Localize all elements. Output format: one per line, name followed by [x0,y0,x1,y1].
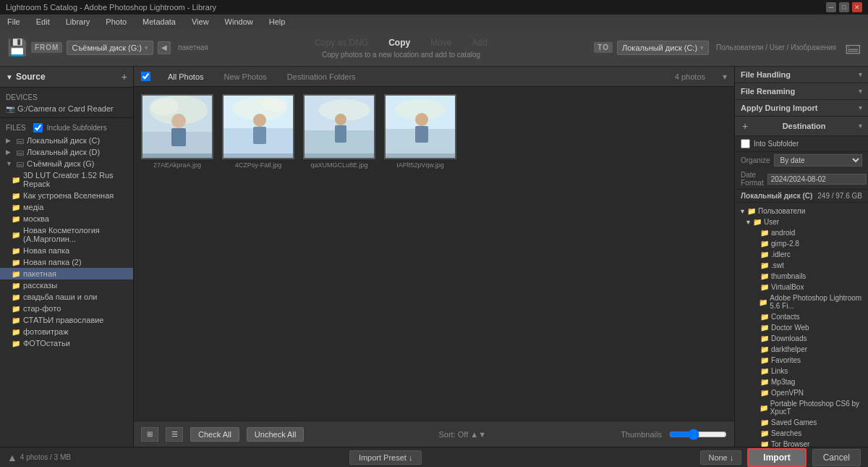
all-photos-checkbox[interactable] [141,72,150,81]
photo-wrapper-4[interactable]: ✓ [384,94,456,159]
tree-item-fotostatyi[interactable]: 📁 ФОТОстатьи [0,337,133,349]
organize-select[interactable]: By date [774,154,862,167]
apply-during-import-header[interactable]: Apply During Import ▾ [735,100,868,117]
dest-tree-portps[interactable]: 📁 Portable Photoshop CS6 by XpucT [735,398,868,417]
menu-file[interactable]: File [4,17,23,26]
tree-item-statyi[interactable]: 📁 СТАТЬИ православие [0,314,133,326]
polzovateli-label: Пользователи [758,207,805,215]
into-subfolder-checkbox[interactable] [741,139,750,148]
dest-tree-openvpn[interactable]: 📁 OpenVPN [735,387,868,398]
cancel-button[interactable]: Cancel [812,449,861,466]
list-view-button[interactable]: ☰ [166,427,183,442]
dest-tree-mp3tag[interactable]: 📁 Mp3tag [735,376,868,387]
dest-tree-android[interactable]: 📁 android [735,227,868,238]
expand-icon[interactable]: ▲ [7,452,17,463]
dest-tree-polzovateli[interactable]: ▼ 📁 Пользователи [735,206,868,216]
dest-tree-downloads[interactable]: 📁 Downloads [735,333,868,344]
thumbnail-size-slider[interactable] [669,429,727,440]
tree-item-universe[interactable]: 📁 Как устроена Вселенная [0,190,133,201]
menu-view[interactable]: View [189,17,212,26]
import-subtitle: Copy photos to a new location and add to… [322,51,480,59]
source-tree-item-removable-g[interactable]: ▼ 🖴 Съёмный диск (G) [0,158,133,169]
folder-contacts-icon: 📁 [760,313,769,321]
vbox-label: VirtualBox [771,283,804,291]
photo-wrapper-2[interactable]: ✓ [222,94,294,159]
dest-tree-favorites[interactable]: 📁 Favorites [735,355,868,366]
destination-plus-button[interactable]: + [741,120,749,132]
uncheck-all-button[interactable]: Uncheck All [247,427,304,442]
dest-tree-idlerc[interactable]: 📁 .idlerc [735,249,868,260]
dest-tree-swt[interactable]: 📁 .swt [735,260,868,271]
dest-tree-savedgames[interactable]: 📁 Saved Games [735,417,868,428]
tree-item-moscow[interactable]: 📁 москва [0,213,133,224]
tree-item-svadba[interactable]: 📁 свадьба паши и оли [0,291,133,303]
photo-image-2 [224,96,293,158]
menu-metadata[interactable]: Metadata [140,17,179,26]
dest-tree-thumbnails[interactable]: 📁 thumbnails [735,271,868,282]
to-drive-selector[interactable]: Локальный диск (C:) ▾ [617,41,709,55]
tree-item-starfoto[interactable]: 📁 стар-фото [0,303,133,314]
dest-tree-searches[interactable]: 📁 Searches [735,428,868,439]
dest-tree-links[interactable]: 📁 Links [735,366,868,376]
photo-count-arrow[interactable]: ▾ [723,72,727,82]
dest-tree-darkthelper[interactable]: 📁 darkthelper [735,344,868,355]
photo-wrapper-3[interactable]: ✓ [303,94,375,159]
tree-item-rasskazy[interactable]: 📁 рассказы [0,279,133,291]
folder-sg-icon: 📁 [760,418,769,426]
maximize-button[interactable]: □ [839,2,849,12]
folder-thumbnails-icon: 📁 [760,272,769,280]
tree-item-newf[interactable]: 📁 Новая папка [0,245,133,256]
menu-photo[interactable]: Photo [103,17,129,26]
source-tree-item-local-c[interactable]: ▶ 🖴 Локальный диск (C) [0,135,133,146]
menu-edit[interactable]: Edit [33,17,53,26]
tree-item-media[interactable]: 📁 медіа [0,201,133,213]
close-button[interactable]: ✕ [852,2,862,12]
file-renaming-header[interactable]: File Renaming ▾ [735,83,868,100]
dest-tree-torbrowser[interactable]: 📁 Tor Browser [735,439,868,447]
tree-item-newf2[interactable]: 📁 Новая папка (2) [0,256,133,268]
file-handling-header[interactable]: File Handling ▾ [735,67,868,83]
dest-tree-doctorweb[interactable]: 📁 Doctor Web [735,322,868,333]
window-title: Lightroom 5 Catalog - Adobe Photoshop Li… [6,3,216,12]
tree-item-paketnaya[interactable]: 📁 пакетная [0,268,133,279]
tab-move[interactable]: Move [427,36,454,49]
chevron-down-icon: ▾ [145,44,148,51]
user-label: User [764,218,779,226]
dest-tree-gimp[interactable]: 📁 gimp-2.8 [735,238,868,249]
tab-copy-dng[interactable]: Copy as DNG [312,36,371,49]
to-chevron-icon: ▾ [700,44,704,51]
menu-help[interactable]: Help [266,17,289,26]
dest-tree-virtualbox[interactable]: 📁 VirtualBox [735,282,868,293]
include-subfolders-checkbox[interactable] [33,123,43,132]
import-preset-button[interactable]: Import Preset ↓ [349,450,422,465]
source-tree-item-camera[interactable]: 📷 G:/Camera or Card Reader [0,103,133,114]
menu-window[interactable]: Window [222,17,256,26]
tab-add[interactable]: Add [469,36,490,49]
filter-new-photos[interactable]: New Photos [221,71,270,83]
photo-thumb-2: ✓ 4CZPsy-FaIl.jpg [222,94,294,169]
tab-copy[interactable]: Copy [386,36,413,49]
thumbnails-label: Thumbnails [621,430,662,439]
menu-library[interactable]: Library [63,17,93,26]
filter-destination-folders[interactable]: Destination Folders [284,71,359,83]
tree-item-kosm[interactable]: 📁 Новая Косметология (А.Марголин... [0,224,133,245]
tree-item-3dlut[interactable]: 📁 3D LUT Creator 1.52 Rus Repack [0,169,133,190]
none-select-button[interactable]: None ↓ [700,450,741,465]
source-add-button[interactable]: + [122,71,127,83]
date-format-input[interactable] [767,174,867,185]
import-button[interactable]: Import [747,448,806,467]
minimize-button[interactable]: ─ [826,2,836,12]
folder-vpn-icon: 📁 [760,389,769,397]
source-tree-item-local-d[interactable]: ▶ 🖴 Локальный диск (D) [0,146,133,158]
filter-all-photos[interactable]: All Photos [165,71,207,83]
dest-tree-lr56[interactable]: 📁 Adobe Photoshop Lightroom 5.6 Fi... [735,293,868,311]
folder-icon-universe: 📁 [12,192,20,200]
tree-item-fotovitr[interactable]: 📁 фотовитраж [0,326,133,337]
from-back-button[interactable]: ◀ [158,41,171,54]
grid-view-button[interactable]: ⊞ [141,427,158,442]
photo-wrapper-1[interactable]: ✓ [141,94,213,159]
from-drive-selector[interactable]: Съёмный диск (G:) ▾ [67,41,153,55]
check-all-button[interactable]: Check All [190,427,239,442]
dest-tree-user[interactable]: ▼ 📁 User [735,216,868,227]
dest-tree-contacts[interactable]: 📁 Contacts [735,311,868,322]
